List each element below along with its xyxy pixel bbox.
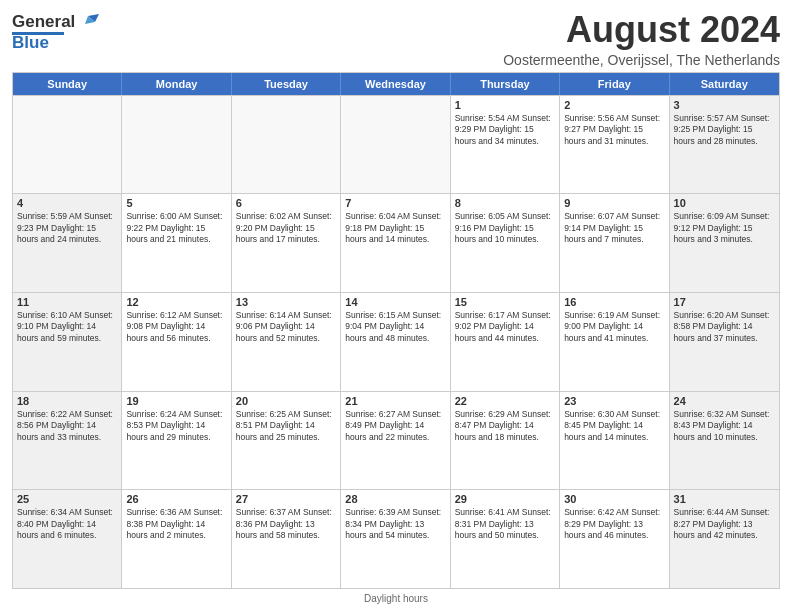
logo: General Blue [12,12,99,53]
page: General Blue August 2024 Oostermeenthe, … [0,0,792,612]
cal-cell-0-1 [122,96,231,194]
cell-content: Sunrise: 6:41 AM Sunset: 8:31 PM Dayligh… [455,507,555,541]
day-number: 15 [455,296,555,308]
day-number: 21 [345,395,445,407]
logo-word-blue: Blue [12,33,49,53]
cal-cell-1-5: 9Sunrise: 6:07 AM Sunset: 9:14 PM Daylig… [560,194,669,292]
cal-cell-4-2: 27Sunrise: 6:37 AM Sunset: 8:36 PM Dayli… [232,490,341,588]
cal-cell-0-0 [13,96,122,194]
cal-cell-4-1: 26Sunrise: 6:36 AM Sunset: 8:38 PM Dayli… [122,490,231,588]
cal-cell-2-2: 13Sunrise: 6:14 AM Sunset: 9:06 PM Dayli… [232,293,341,391]
cal-cell-3-0: 18Sunrise: 6:22 AM Sunset: 8:56 PM Dayli… [13,392,122,490]
header-monday: Monday [122,73,231,95]
cell-content: Sunrise: 5:57 AM Sunset: 9:25 PM Dayligh… [674,113,775,147]
day-number: 19 [126,395,226,407]
cell-content: Sunrise: 6:27 AM Sunset: 8:49 PM Dayligh… [345,409,445,443]
cal-cell-3-6: 24Sunrise: 6:32 AM Sunset: 8:43 PM Dayli… [670,392,779,490]
cal-row-2: 11Sunrise: 6:10 AM Sunset: 9:10 PM Dayli… [13,292,779,391]
cal-cell-4-5: 30Sunrise: 6:42 AM Sunset: 8:29 PM Dayli… [560,490,669,588]
cell-content: Sunrise: 6:36 AM Sunset: 8:38 PM Dayligh… [126,507,226,541]
cell-content: Sunrise: 6:29 AM Sunset: 8:47 PM Dayligh… [455,409,555,443]
cal-cell-3-2: 20Sunrise: 6:25 AM Sunset: 8:51 PM Dayli… [232,392,341,490]
day-number: 22 [455,395,555,407]
day-number: 10 [674,197,775,209]
day-number: 30 [564,493,664,505]
day-number: 9 [564,197,664,209]
day-number: 3 [674,99,775,111]
title-block: August 2024 Oostermeenthe, Overijssel, T… [503,10,780,68]
cal-cell-2-5: 16Sunrise: 6:19 AM Sunset: 9:00 PM Dayli… [560,293,669,391]
cell-content: Sunrise: 6:22 AM Sunset: 8:56 PM Dayligh… [17,409,117,443]
day-number: 25 [17,493,117,505]
cell-content: Sunrise: 5:59 AM Sunset: 9:23 PM Dayligh… [17,211,117,245]
cell-content: Sunrise: 6:04 AM Sunset: 9:18 PM Dayligh… [345,211,445,245]
day-number: 24 [674,395,775,407]
cal-cell-1-4: 8Sunrise: 6:05 AM Sunset: 9:16 PM Daylig… [451,194,560,292]
cal-cell-2-6: 17Sunrise: 6:20 AM Sunset: 8:58 PM Dayli… [670,293,779,391]
cal-row-4: 25Sunrise: 6:34 AM Sunset: 8:40 PM Dayli… [13,489,779,588]
day-number: 16 [564,296,664,308]
cell-content: Sunrise: 6:19 AM Sunset: 9:00 PM Dayligh… [564,310,664,344]
day-number: 11 [17,296,117,308]
cell-content: Sunrise: 6:42 AM Sunset: 8:29 PM Dayligh… [564,507,664,541]
cell-content: Sunrise: 6:12 AM Sunset: 9:08 PM Dayligh… [126,310,226,344]
cell-content: Sunrise: 6:25 AM Sunset: 8:51 PM Dayligh… [236,409,336,443]
day-number: 27 [236,493,336,505]
cell-content: Sunrise: 6:20 AM Sunset: 8:58 PM Dayligh… [674,310,775,344]
footer-text: Daylight hours [364,593,428,604]
cal-cell-1-3: 7Sunrise: 6:04 AM Sunset: 9:18 PM Daylig… [341,194,450,292]
cal-cell-1-1: 5Sunrise: 6:00 AM Sunset: 9:22 PM Daylig… [122,194,231,292]
header: General Blue August 2024 Oostermeenthe, … [12,10,780,68]
cell-content: Sunrise: 6:09 AM Sunset: 9:12 PM Dayligh… [674,211,775,245]
day-number: 26 [126,493,226,505]
day-number: 6 [236,197,336,209]
cell-content: Sunrise: 6:17 AM Sunset: 9:02 PM Dayligh… [455,310,555,344]
cell-content: Sunrise: 5:54 AM Sunset: 9:29 PM Dayligh… [455,113,555,147]
cal-row-3: 18Sunrise: 6:22 AM Sunset: 8:56 PM Dayli… [13,391,779,490]
footer: Daylight hours [12,593,780,604]
cal-cell-1-0: 4Sunrise: 5:59 AM Sunset: 9:23 PM Daylig… [13,194,122,292]
day-number: 17 [674,296,775,308]
cell-content: Sunrise: 6:34 AM Sunset: 8:40 PM Dayligh… [17,507,117,541]
cal-cell-0-5: 2Sunrise: 5:56 AM Sunset: 9:27 PM Daylig… [560,96,669,194]
cal-cell-0-3 [341,96,450,194]
cal-cell-3-4: 22Sunrise: 6:29 AM Sunset: 8:47 PM Dayli… [451,392,560,490]
day-number: 2 [564,99,664,111]
cal-cell-1-2: 6Sunrise: 6:02 AM Sunset: 9:20 PM Daylig… [232,194,341,292]
cell-content: Sunrise: 6:14 AM Sunset: 9:06 PM Dayligh… [236,310,336,344]
header-sunday: Sunday [13,73,122,95]
logo-icon: General [12,12,99,32]
day-number: 1 [455,99,555,111]
cell-content: Sunrise: 6:44 AM Sunset: 8:27 PM Dayligh… [674,507,775,541]
day-number: 18 [17,395,117,407]
cal-cell-0-4: 1Sunrise: 5:54 AM Sunset: 9:29 PM Daylig… [451,96,560,194]
day-number: 7 [345,197,445,209]
day-number: 20 [236,395,336,407]
calendar-header-row: Sunday Monday Tuesday Wednesday Thursday… [13,73,779,95]
header-tuesday: Tuesday [232,73,341,95]
cal-cell-4-4: 29Sunrise: 6:41 AM Sunset: 8:31 PM Dayli… [451,490,560,588]
header-wednesday: Wednesday [341,73,450,95]
cell-content: Sunrise: 6:32 AM Sunset: 8:43 PM Dayligh… [674,409,775,443]
cal-cell-4-6: 31Sunrise: 6:44 AM Sunset: 8:27 PM Dayli… [670,490,779,588]
day-number: 28 [345,493,445,505]
cell-content: Sunrise: 5:56 AM Sunset: 9:27 PM Dayligh… [564,113,664,147]
cal-cell-1-6: 10Sunrise: 6:09 AM Sunset: 9:12 PM Dayli… [670,194,779,292]
day-number: 12 [126,296,226,308]
cell-content: Sunrise: 6:15 AM Sunset: 9:04 PM Dayligh… [345,310,445,344]
cal-cell-0-6: 3Sunrise: 5:57 AM Sunset: 9:25 PM Daylig… [670,96,779,194]
header-thursday: Thursday [451,73,560,95]
day-number: 5 [126,197,226,209]
cell-content: Sunrise: 6:07 AM Sunset: 9:14 PM Dayligh… [564,211,664,245]
day-number: 14 [345,296,445,308]
month-title: August 2024 [503,10,780,50]
cal-cell-3-5: 23Sunrise: 6:30 AM Sunset: 8:45 PM Dayli… [560,392,669,490]
cal-cell-2-0: 11Sunrise: 6:10 AM Sunset: 9:10 PM Dayli… [13,293,122,391]
day-number: 4 [17,197,117,209]
day-number: 29 [455,493,555,505]
cal-row-1: 4Sunrise: 5:59 AM Sunset: 9:23 PM Daylig… [13,193,779,292]
cal-cell-2-1: 12Sunrise: 6:12 AM Sunset: 9:08 PM Dayli… [122,293,231,391]
cell-content: Sunrise: 6:37 AM Sunset: 8:36 PM Dayligh… [236,507,336,541]
cell-content: Sunrise: 6:05 AM Sunset: 9:16 PM Dayligh… [455,211,555,245]
header-saturday: Saturday [670,73,779,95]
